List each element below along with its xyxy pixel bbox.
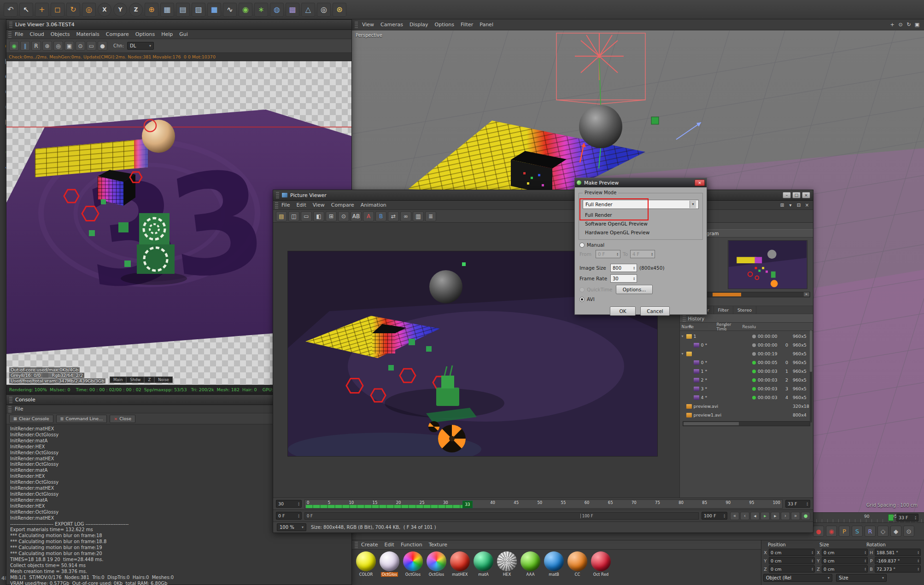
prev-key-icon[interactable]: ‹ (740, 512, 749, 520)
layout-single-icon[interactable]: ▭ (301, 211, 312, 221)
move-tool-icon[interactable]: + (35, 3, 49, 17)
material-swatch[interactable]: matB (543, 551, 565, 577)
record-objects-icon[interactable]: ● (813, 526, 824, 537)
histogram-tool-icon[interactable]: ▥ (413, 211, 424, 221)
record-scale-icon[interactable]: S (852, 526, 863, 537)
history-row[interactable]: ▾ 00:00:19 960x5 (682, 349, 812, 358)
go-end-icon[interactable]: » (791, 512, 800, 520)
last-tool-icon[interactable]: ◎ (82, 3, 96, 17)
prev-frame-icon[interactable]: ◂ (750, 512, 760, 520)
history-horizontal-scrollbar[interactable] (683, 421, 811, 426)
close-console-button[interactable]: × Close (110, 415, 135, 423)
rotate-tool-icon[interactable]: ↻ (66, 3, 80, 17)
grip-handle[interactable] (9, 397, 12, 403)
grip-handle[interactable] (276, 192, 279, 198)
live-viewer-menu-item[interactable]: Gui (176, 31, 191, 37)
go-start-icon[interactable]: « (730, 512, 739, 520)
pick-focus-icon[interactable]: ⊙ (76, 41, 85, 51)
grip-handle[interactable] (355, 542, 358, 548)
record-parameter-icon[interactable]: ◇ (877, 526, 889, 537)
history-row[interactable]: 0 * 00:00:00 0 960x5 (682, 341, 812, 349)
clear-console-button[interactable]: ⊠ Clear Console (9, 415, 53, 423)
preview-mode-option[interactable]: Hardware OpenGL Preview (583, 228, 699, 237)
histogram-thumbnail[interactable] (728, 240, 807, 289)
link-images-icon[interactable]: ∞ (400, 211, 411, 221)
picture-viewer-menu-item[interactable]: Compare (328, 202, 357, 208)
live-viewer-menu-item[interactable]: File (12, 31, 26, 37)
live-viewer-menu-item[interactable]: Options (132, 31, 158, 37)
material-swatch[interactable]: COLOR (355, 551, 377, 577)
size-field[interactable]: 0 cm▴▾ (822, 565, 868, 573)
grip-handle[interactable] (275, 202, 278, 209)
history-row[interactable]: 4 * 00:00:03 4 960x5 (682, 393, 812, 402)
simulation-icon[interactable]: ◍ (270, 3, 284, 17)
viewport-menu-item[interactable]: Cameras (377, 22, 406, 28)
environment-icon[interactable]: △ (301, 3, 315, 17)
lock-y-icon[interactable]: Y (113, 3, 127, 17)
picture-viewer-menu-item[interactable]: View (310, 202, 328, 208)
channel-button[interactable]: Main (110, 376, 126, 383)
dialog-close-button[interactable]: × (695, 180, 705, 186)
grip-handle[interactable] (8, 406, 12, 412)
live-viewer-menu-item[interactable]: Compare (103, 31, 132, 37)
add-cube-icon[interactable]: ■ (207, 3, 221, 17)
scale-tool-icon[interactable]: ◻ (51, 3, 64, 17)
material-menu-item[interactable]: Edit (381, 542, 398, 548)
record-icon[interactable]: ● (801, 512, 810, 520)
autokey-icon[interactable]: ◉ (826, 526, 837, 537)
rotation-field[interactable]: 72.373 °▴▾ (875, 565, 921, 573)
live-viewer-menu-item[interactable]: Objects (47, 31, 73, 37)
size-field[interactable]: 0 cm▴▾ (822, 557, 868, 564)
swap-ab-icon[interactable]: ⇄ (388, 211, 399, 221)
keyframe-selection-icon[interactable]: ⊙ (903, 526, 914, 537)
range-slider[interactable]: 0 F 100 F (304, 512, 699, 520)
viewport-menu-item[interactable]: Filter (457, 22, 476, 28)
preview-mode-option[interactable]: Full Render (583, 210, 699, 219)
folder-open-icon[interactable]: ▤ (276, 211, 287, 221)
to-field[interactable]: 4 F▴▾ (630, 250, 655, 258)
lock-icon[interactable]: ▣ (64, 41, 74, 51)
picture-viewer-titlebar[interactable]: Picture Viewer –□× (273, 190, 813, 201)
record-pla-icon[interactable]: ◆ (890, 526, 901, 537)
channel-button[interactable]: Shdw (126, 376, 144, 383)
render-region-icon[interactable]: ▭ (87, 41, 96, 51)
command-line-button[interactable]: ≣ Command Line... (56, 415, 107, 423)
history-row[interactable]: 1 * 00:00:03 1 960x5 (682, 367, 812, 376)
panel-arrow-icon[interactable]: ▾ (786, 202, 795, 209)
position-field[interactable]: 0 cm▴▾ (769, 557, 815, 564)
next-key-icon[interactable]: › (781, 512, 790, 520)
viewport-pan-icon[interactable]: + (888, 21, 896, 29)
cancel-button[interactable]: Cancel (640, 307, 670, 316)
material-swatch[interactable]: HEX (496, 551, 518, 577)
set-image-b-icon[interactable]: B (375, 211, 386, 221)
twisty-icon[interactable]: ▾ (682, 334, 686, 338)
effector-icon[interactable]: ∗ (254, 3, 268, 17)
camera-icon[interactable]: ◎ (317, 3, 331, 17)
light-icon[interactable]: ⊛ (333, 3, 346, 17)
ok-button[interactable]: OK (610, 307, 636, 316)
twisty-icon[interactable]: ▾ (682, 352, 686, 356)
volume-icon[interactable]: ▩ (286, 3, 299, 17)
lock-z-icon[interactable]: Z (129, 3, 143, 17)
spline-pen-icon[interactable]: ∿ (223, 3, 237, 17)
options-button[interactable]: Options... (616, 285, 653, 294)
set-image-a-icon[interactable]: A (363, 211, 374, 221)
material-swatch[interactable]: OctGlos (425, 551, 448, 577)
material-swatch[interactable]: OctGlos (378, 551, 401, 577)
history-row[interactable]: 3 * 00:00:03 3 960x5 (682, 384, 812, 393)
next-frame-icon[interactable]: ▸ (771, 512, 780, 520)
timeline-frame-field[interactable]: 33 F▴▾ (785, 500, 810, 508)
material-swatch[interactable]: OctGlos (402, 551, 424, 577)
material-swatch[interactable]: Oct Red (590, 551, 612, 577)
picture-viewer-menu-item[interactable]: File (278, 202, 293, 208)
grip-handle[interactable] (9, 22, 12, 28)
close-button[interactable]: × (802, 192, 810, 198)
position-field[interactable]: 0 cm▴▾ (769, 565, 815, 573)
viewport-toggle-icon[interactable]: ▣ (913, 21, 921, 29)
manual-radio[interactable] (579, 243, 585, 248)
material-swatch[interactable]: CC (566, 551, 589, 577)
record-position-icon[interactable]: P (839, 526, 850, 537)
channel-button[interactable]: Noise (154, 376, 173, 383)
minimize-button[interactable]: – (783, 192, 791, 198)
avi-radio[interactable] (579, 297, 585, 302)
